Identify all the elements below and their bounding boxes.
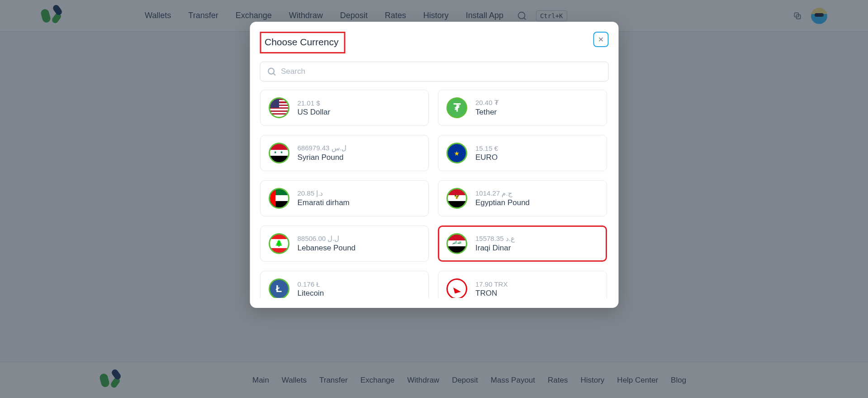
modal-header: Choose Currency bbox=[260, 32, 608, 53]
currency-card-us-dollar[interactable]: 21.01 $US Dollar bbox=[260, 90, 429, 126]
currency-info: 17.90 TRXTRON bbox=[475, 280, 508, 298]
currency-card-lebanese-pound[interactable]: 88506.00 ل.لLebanese Pound bbox=[260, 225, 429, 262]
currency-card-tether[interactable]: 20.40 ₮Tether bbox=[438, 90, 607, 126]
currency-info: 1014.27 ج.مEgyptian Pound bbox=[475, 189, 530, 207]
currency-info: 88506.00 ل.لLebanese Pound bbox=[297, 235, 356, 253]
svg-line-7 bbox=[273, 73, 275, 75]
currency-card-emarati-dirham[interactable]: 20.85 د.إEmarati dirham bbox=[260, 180, 429, 216]
currency-name: Litecoin bbox=[297, 289, 324, 298]
currency-name: Tether bbox=[475, 108, 499, 117]
currency-amount: 17.90 TRX bbox=[475, 280, 508, 288]
currency-flag-icon bbox=[446, 233, 467, 254]
currency-amount: 1014.27 ج.م bbox=[475, 189, 530, 197]
close-button[interactable] bbox=[593, 32, 608, 47]
currency-name: Iraqi Dinar bbox=[475, 244, 515, 253]
search-box bbox=[260, 62, 608, 82]
currency-list-scroll[interactable]: 21.01 $US Dollar20.40 ₮Tether686979.43 ل… bbox=[260, 90, 608, 298]
currency-info: 15578.35 ع.دIraqi Dinar bbox=[475, 235, 515, 253]
currency-amount: 15578.35 ع.د bbox=[475, 235, 515, 243]
currency-amount: 88506.00 ل.ل bbox=[297, 235, 356, 243]
search-icon bbox=[266, 67, 276, 77]
currency-info: 15.15 €EURO bbox=[475, 144, 498, 162]
currency-amount: 686979.43 ل.س bbox=[297, 144, 346, 152]
currency-card-litecoin[interactable]: 0.176 ŁLitecoin bbox=[260, 271, 429, 298]
currency-name: TRON bbox=[475, 289, 508, 298]
currency-modal: Choose Currency 21.01 $US Dollar20.40 ₮T… bbox=[250, 22, 618, 308]
currency-name: Egyptian Pound bbox=[475, 198, 530, 207]
currency-info: 20.85 د.إEmarati dirham bbox=[297, 189, 349, 207]
currency-amount: 20.40 ₮ bbox=[475, 99, 499, 107]
currency-info: 686979.43 ل.سSyrian Pound bbox=[297, 144, 346, 162]
currency-flag-icon bbox=[268, 97, 289, 118]
currency-card-euro[interactable]: 15.15 €EURO bbox=[438, 135, 607, 171]
modal-title: Choose Currency bbox=[260, 32, 345, 53]
currency-name: EURO bbox=[475, 153, 498, 162]
currency-flag-icon bbox=[268, 233, 289, 254]
currency-grid: 21.01 $US Dollar20.40 ₮Tether686979.43 ل… bbox=[260, 90, 607, 298]
currency-name: US Dollar bbox=[297, 108, 330, 117]
currency-amount: 0.176 Ł bbox=[297, 280, 324, 288]
currency-name: Emarati dirham bbox=[297, 198, 349, 207]
search-input[interactable] bbox=[281, 67, 602, 76]
currency-name: Lebanese Pound bbox=[297, 244, 356, 253]
currency-info: 20.40 ₮Tether bbox=[475, 99, 499, 117]
currency-flag-icon bbox=[268, 278, 289, 298]
currency-info: 0.176 ŁLitecoin bbox=[297, 280, 324, 298]
currency-card-egyptian-pound[interactable]: 1014.27 ج.مEgyptian Pound bbox=[438, 180, 607, 216]
currency-flag-icon bbox=[446, 278, 467, 298]
currency-card-syrian-pound[interactable]: 686979.43 ل.سSyrian Pound bbox=[260, 135, 429, 171]
currency-flag-icon bbox=[446, 97, 467, 118]
close-icon bbox=[597, 36, 604, 43]
currency-card-iraqi-dinar[interactable]: 15578.35 ع.دIraqi Dinar bbox=[438, 225, 607, 262]
currency-flag-icon bbox=[446, 188, 467, 209]
currency-name: Syrian Pound bbox=[297, 153, 346, 162]
currency-flag-icon bbox=[446, 143, 467, 163]
currency-amount: 20.85 د.إ bbox=[297, 189, 349, 197]
currency-flag-icon bbox=[268, 188, 289, 209]
currency-amount: 15.15 € bbox=[475, 144, 498, 152]
svg-point-6 bbox=[268, 68, 274, 74]
currency-flag-icon bbox=[268, 143, 289, 163]
currency-card-tron[interactable]: 17.90 TRXTRON bbox=[438, 271, 607, 298]
currency-info: 21.01 $US Dollar bbox=[297, 99, 330, 117]
currency-amount: 21.01 $ bbox=[297, 99, 330, 107]
